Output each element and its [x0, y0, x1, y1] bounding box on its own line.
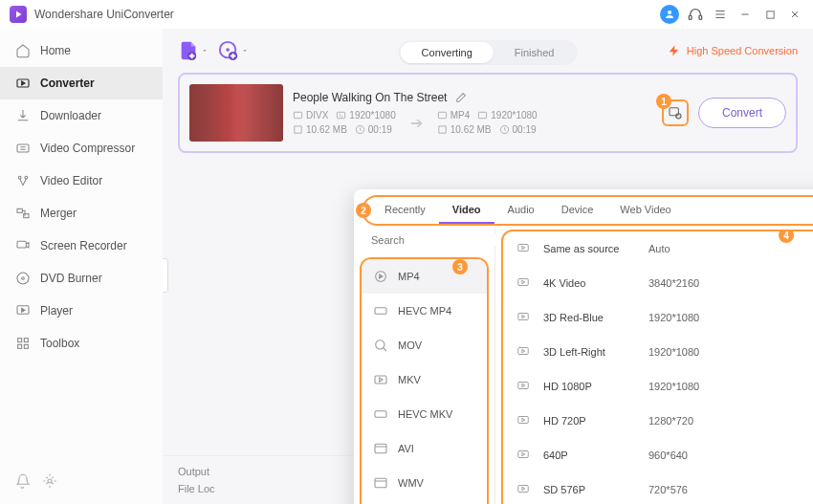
- sidebar-item-label: Downloader: [40, 109, 101, 122]
- svg-rect-42: [518, 348, 529, 355]
- resolution-item[interactable]: HD 1080P1920*1080: [503, 369, 813, 404]
- format-item-mkv[interactable]: MKV: [362, 362, 487, 397]
- svg-rect-8: [17, 208, 22, 212]
- format-item-mov[interactable]: MOV: [362, 328, 487, 362]
- resolution-item[interactable]: 640P960*640: [503, 438, 813, 472]
- hevc-mkv-icon: [373, 406, 388, 422]
- tab-device[interactable]: Device: [548, 197, 607, 224]
- preset-icon: [516, 413, 532, 428]
- edit-title-icon[interactable]: [454, 92, 467, 104]
- preset-icon: [516, 275, 532, 291]
- svg-rect-40: [518, 279, 529, 286]
- headset-icon[interactable]: [687, 6, 704, 23]
- format-item-mp4[interactable]: MP4: [362, 259, 487, 294]
- sidebar-item-merger[interactable]: Merger: [0, 197, 163, 230]
- format-column: 3 MP4 HEVC MP4 MOV MKV HEVC MKV AVI WMV: [354, 226, 495, 504]
- svg-rect-44: [518, 417, 529, 424]
- resolution-item[interactable]: Same as sourceAuto: [503, 231, 813, 266]
- chevron-down-icon: [201, 47, 209, 55]
- main-panel: ‹ Converting Finished High Speed Convers…: [163, 29, 813, 504]
- download-icon: [15, 108, 31, 123]
- sidebar-bottom: [0, 464, 163, 498]
- minimize-button[interactable]: [736, 6, 754, 23]
- tab-web-video[interactable]: Web Video: [606, 197, 684, 224]
- sidebar-item-label: Screen Recorder: [40, 239, 127, 252]
- add-file-icon: [178, 40, 199, 61]
- high-speed-toggle[interactable]: High Speed Conversion: [668, 44, 798, 57]
- format-item-hevc-mp4[interactable]: HEVC MP4: [362, 294, 487, 328]
- toolbox-icon: [15, 336, 31, 351]
- sidebar-collapse[interactable]: ‹: [163, 258, 168, 293]
- sidebar-item-home[interactable]: Home: [0, 34, 163, 67]
- tab-recently[interactable]: Recently: [371, 197, 439, 224]
- tab-finished[interactable]: Finished: [494, 42, 576, 63]
- sidebar-item-player[interactable]: Player: [0, 295, 163, 327]
- svg-rect-16: [18, 344, 22, 348]
- resolution-item[interactable]: HD 720P1280*720: [503, 404, 813, 438]
- format-item-wmv[interactable]: WMV: [362, 466, 487, 500]
- convert-button[interactable]: Convert: [698, 98, 786, 128]
- size-icon: [293, 124, 303, 135]
- titlebar: Wondershare UniConverter: [0, 0, 813, 29]
- app-title: Wondershare UniConverter: [34, 8, 652, 21]
- sidebar-item-recorder[interactable]: Screen Recorder: [0, 230, 163, 262]
- svg-rect-10: [17, 241, 26, 248]
- merger-icon: [15, 206, 31, 221]
- add-dvd-button[interactable]: [218, 40, 249, 61]
- svg-point-6: [18, 176, 21, 179]
- resolution-item[interactable]: 3D Red-Blue1920*1080: [503, 300, 813, 335]
- wmv-icon: [373, 475, 388, 491]
- callout-1: 1: [656, 94, 671, 109]
- svg-rect-46: [518, 486, 529, 493]
- tab-audio[interactable]: Audio: [494, 197, 548, 224]
- resolution-item[interactable]: 3D Left-Right1920*1080: [503, 335, 813, 369]
- hevc-icon: [373, 303, 388, 318]
- resolution-item[interactable]: 4K Video3840*2160: [503, 266, 813, 300]
- converter-icon: [15, 76, 31, 91]
- svg-rect-33: [375, 308, 386, 315]
- svg-rect-2: [699, 15, 702, 19]
- sidebar-item-compressor[interactable]: Video Compressor: [0, 132, 163, 164]
- preset-icon: [516, 310, 532, 325]
- tab-video[interactable]: Video: [439, 197, 494, 224]
- tab-converting[interactable]: Converting: [401, 42, 494, 63]
- menu-icon[interactable]: [712, 6, 729, 23]
- resolution-item[interactable]: SD 576P720*576: [503, 472, 813, 504]
- format-popup: 2 Recently Video Audio Device Web Video …: [354, 189, 813, 504]
- maximize-button[interactable]: [761, 6, 779, 23]
- lightning-icon: [668, 44, 681, 57]
- format-tabs: 2 Recently Video Audio Device Web Video: [362, 195, 813, 226]
- sidebar-item-dvd[interactable]: DVD Burner: [0, 262, 163, 295]
- notification-icon[interactable]: [15, 473, 31, 489]
- add-file-button[interactable]: [178, 40, 209, 61]
- dvd-icon: [15, 271, 31, 286]
- video-thumbnail[interactable]: [189, 84, 283, 142]
- preset-icon: [516, 482, 532, 497]
- sidebar-item-toolbox[interactable]: Toolbox: [0, 327, 163, 360]
- svg-rect-14: [18, 339, 22, 342]
- svg-point-7: [25, 176, 28, 179]
- resolution-list: 4 Same as sourceAuto 4K Video3840*2160 3…: [501, 230, 813, 504]
- add-dvd-icon: [218, 40, 239, 61]
- sidebar-item-converter[interactable]: Converter: [0, 67, 163, 99]
- compressor-icon: [15, 141, 31, 156]
- home-icon: [15, 43, 31, 58]
- sidebar-item-label: Converter: [40, 77, 95, 90]
- format-item-avi[interactable]: AVI: [362, 431, 487, 466]
- user-avatar[interactable]: [660, 5, 679, 24]
- svg-point-0: [668, 11, 671, 14]
- svg-point-34: [376, 340, 385, 349]
- output-settings-button[interactable]: 1: [662, 99, 689, 126]
- format-search-input[interactable]: [371, 234, 503, 246]
- preset-icon: [516, 241, 532, 256]
- size-icon: [437, 124, 448, 135]
- format-item-hevc-mkv[interactable]: HEVC MKV: [362, 397, 487, 431]
- sidebar-item-downloader[interactable]: Downloader: [0, 99, 163, 132]
- settings-icon[interactable]: [42, 473, 57, 489]
- close-button[interactable]: [786, 6, 803, 23]
- sidebar-item-label: DVD Burner: [40, 272, 102, 285]
- chevron-down-icon: [241, 47, 249, 55]
- sidebar-item-editor[interactable]: Video Editor: [0, 164, 163, 197]
- mov-icon: [373, 338, 388, 353]
- svg-rect-41: [518, 314, 529, 320]
